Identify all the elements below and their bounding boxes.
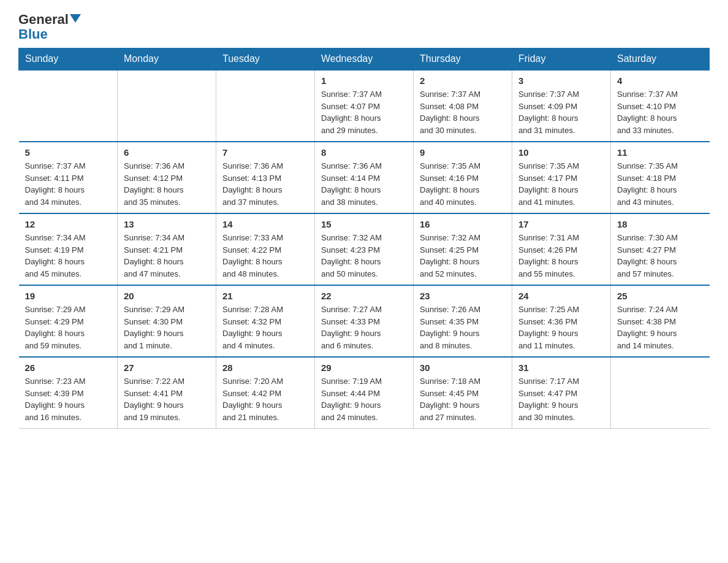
calendar-cell: 6Sunrise: 7:36 AMSunset: 4:12 PMDaylight…	[118, 142, 216, 213]
calendar-cell: 18Sunrise: 7:30 AMSunset: 4:27 PMDayligh…	[611, 213, 710, 285]
day-number: 6	[124, 147, 210, 158]
calendar-cell: 7Sunrise: 7:36 AMSunset: 4:13 PMDaylight…	[216, 142, 315, 213]
day-number: 23	[420, 291, 506, 301]
calendar-cell: 13Sunrise: 7:34 AMSunset: 4:21 PMDayligh…	[118, 213, 216, 285]
weekday-header-wednesday: Wednesday	[315, 48, 414, 71]
week-row-4: 19Sunrise: 7:29 AMSunset: 4:29 PMDayligh…	[19, 285, 710, 357]
day-info: Sunrise: 7:26 AMSunset: 4:35 PMDaylight:…	[420, 304, 506, 351]
day-number: 17	[518, 219, 604, 229]
calendar-cell: 1Sunrise: 7:37 AMSunset: 4:07 PMDaylight…	[315, 70, 414, 142]
day-info: Sunrise: 7:23 AMSunset: 4:39 PMDaylight:…	[25, 375, 112, 423]
day-info: Sunrise: 7:22 AMSunset: 4:41 PMDaylight:…	[124, 375, 210, 423]
calendar-cell	[118, 70, 216, 142]
day-info: Sunrise: 7:25 AMSunset: 4:36 PMDaylight:…	[518, 304, 604, 351]
day-info: Sunrise: 7:30 AMSunset: 4:27 PMDaylight:…	[617, 232, 703, 280]
day-number: 20	[124, 291, 210, 301]
weekday-header-thursday: Thursday	[414, 48, 512, 71]
calendar-cell: 24Sunrise: 7:25 AMSunset: 4:36 PMDayligh…	[512, 285, 611, 357]
calendar-cell: 11Sunrise: 7:35 AMSunset: 4:18 PMDayligh…	[611, 142, 710, 213]
day-info: Sunrise: 7:31 AMSunset: 4:26 PMDaylight:…	[518, 232, 604, 280]
calendar-cell: 3Sunrise: 7:37 AMSunset: 4:09 PMDaylight…	[512, 70, 611, 142]
calendar-cell: 25Sunrise: 7:24 AMSunset: 4:38 PMDayligh…	[611, 285, 710, 357]
day-number: 22	[321, 291, 407, 301]
week-row-5: 26Sunrise: 7:23 AMSunset: 4:39 PMDayligh…	[19, 357, 710, 429]
calendar-cell	[216, 70, 315, 142]
day-info: Sunrise: 7:35 AMSunset: 4:18 PMDaylight:…	[617, 160, 703, 208]
day-info: Sunrise: 7:35 AMSunset: 4:17 PMDaylight:…	[518, 160, 604, 208]
calendar-cell: 17Sunrise: 7:31 AMSunset: 4:26 PMDayligh…	[512, 213, 611, 285]
calendar-cell: 29Sunrise: 7:19 AMSunset: 4:44 PMDayligh…	[315, 357, 414, 429]
day-info: Sunrise: 7:37 AMSunset: 4:11 PMDaylight:…	[25, 160, 112, 208]
weekday-header-sunday: Sunday	[19, 48, 118, 71]
calendar-cell: 15Sunrise: 7:32 AMSunset: 4:23 PMDayligh…	[315, 213, 414, 285]
day-info: Sunrise: 7:35 AMSunset: 4:16 PMDaylight:…	[420, 160, 506, 208]
day-info: Sunrise: 7:33 AMSunset: 4:22 PMDaylight:…	[222, 232, 308, 280]
calendar-cell: 30Sunrise: 7:18 AMSunset: 4:45 PMDayligh…	[414, 357, 512, 429]
calendar-cell: 28Sunrise: 7:20 AMSunset: 4:42 PMDayligh…	[216, 357, 315, 429]
calendar-cell	[19, 70, 118, 142]
logo-triangle-icon	[70, 14, 81, 23]
day-number: 1	[321, 75, 407, 86]
calendar-cell: 8Sunrise: 7:36 AMSunset: 4:14 PMDaylight…	[315, 142, 414, 213]
day-info: Sunrise: 7:32 AMSunset: 4:23 PMDaylight:…	[321, 232, 407, 280]
day-number: 13	[124, 219, 210, 229]
logo: General Blue	[18, 12, 81, 42]
week-row-3: 12Sunrise: 7:34 AMSunset: 4:19 PMDayligh…	[19, 213, 710, 285]
calendar-cell: 22Sunrise: 7:27 AMSunset: 4:33 PMDayligh…	[315, 285, 414, 357]
day-info: Sunrise: 7:29 AMSunset: 4:29 PMDaylight:…	[25, 304, 112, 351]
day-info: Sunrise: 7:29 AMSunset: 4:30 PMDaylight:…	[124, 304, 210, 351]
day-number: 18	[617, 219, 703, 229]
day-info: Sunrise: 7:34 AMSunset: 4:21 PMDaylight:…	[124, 232, 210, 280]
calendar-cell: 23Sunrise: 7:26 AMSunset: 4:35 PMDayligh…	[414, 285, 512, 357]
day-number: 3	[518, 75, 604, 86]
calendar-cell: 2Sunrise: 7:37 AMSunset: 4:08 PMDaylight…	[414, 70, 512, 142]
calendar-cell: 31Sunrise: 7:17 AMSunset: 4:47 PMDayligh…	[512, 357, 611, 429]
day-info: Sunrise: 7:17 AMSunset: 4:47 PMDaylight:…	[518, 375, 604, 423]
day-number: 24	[518, 291, 604, 301]
calendar-cell: 10Sunrise: 7:35 AMSunset: 4:17 PMDayligh…	[512, 142, 611, 213]
day-number: 11	[617, 147, 703, 158]
calendar-cell: 16Sunrise: 7:32 AMSunset: 4:25 PMDayligh…	[414, 213, 512, 285]
day-number: 5	[25, 147, 112, 158]
day-number: 31	[518, 362, 604, 373]
weekday-header-friday: Friday	[512, 48, 611, 71]
day-number: 28	[222, 362, 308, 373]
day-info: Sunrise: 7:37 AMSunset: 4:10 PMDaylight:…	[617, 88, 703, 136]
day-info: Sunrise: 7:36 AMSunset: 4:14 PMDaylight:…	[321, 160, 407, 208]
day-info: Sunrise: 7:28 AMSunset: 4:32 PMDaylight:…	[222, 304, 308, 351]
day-number: 10	[518, 147, 604, 158]
calendar-cell: 4Sunrise: 7:37 AMSunset: 4:10 PMDaylight…	[611, 70, 710, 142]
day-number: 14	[222, 219, 308, 229]
calendar-cell: 27Sunrise: 7:22 AMSunset: 4:41 PMDayligh…	[118, 357, 216, 429]
calendar-cell: 9Sunrise: 7:35 AMSunset: 4:16 PMDaylight…	[414, 142, 512, 213]
calendar-cell: 26Sunrise: 7:23 AMSunset: 4:39 PMDayligh…	[19, 357, 118, 429]
calendar-cell: 12Sunrise: 7:34 AMSunset: 4:19 PMDayligh…	[19, 213, 118, 285]
day-number: 26	[25, 362, 112, 373]
day-number: 19	[25, 291, 112, 301]
day-number: 8	[321, 147, 407, 158]
calendar-cell: 20Sunrise: 7:29 AMSunset: 4:30 PMDayligh…	[118, 285, 216, 357]
day-info: Sunrise: 7:24 AMSunset: 4:38 PMDaylight:…	[617, 304, 703, 351]
day-info: Sunrise: 7:37 AMSunset: 4:09 PMDaylight:…	[518, 88, 604, 136]
day-info: Sunrise: 7:18 AMSunset: 4:45 PMDaylight:…	[420, 375, 506, 423]
calendar-cell	[611, 357, 710, 429]
day-number: 27	[124, 362, 210, 373]
weekday-header-saturday: Saturday	[611, 48, 710, 71]
day-info: Sunrise: 7:37 AMSunset: 4:07 PMDaylight:…	[321, 88, 407, 136]
weekday-header-tuesday: Tuesday	[216, 48, 315, 71]
calendar-cell: 21Sunrise: 7:28 AMSunset: 4:32 PMDayligh…	[216, 285, 315, 357]
day-info: Sunrise: 7:19 AMSunset: 4:44 PMDaylight:…	[321, 375, 407, 423]
page: General Blue SundayMondayTuesdayWednesda…	[0, 0, 728, 447]
day-number: 12	[25, 219, 112, 229]
day-number: 30	[420, 362, 506, 373]
day-number: 16	[420, 219, 506, 229]
calendar-cell: 5Sunrise: 7:37 AMSunset: 4:11 PMDaylight…	[19, 142, 118, 213]
day-number: 9	[420, 147, 506, 158]
calendar-cell: 14Sunrise: 7:33 AMSunset: 4:22 PMDayligh…	[216, 213, 315, 285]
week-row-1: 1Sunrise: 7:37 AMSunset: 4:07 PMDaylight…	[19, 70, 710, 142]
calendar-cell: 19Sunrise: 7:29 AMSunset: 4:29 PMDayligh…	[19, 285, 118, 357]
day-info: Sunrise: 7:36 AMSunset: 4:13 PMDaylight:…	[222, 160, 308, 208]
day-info: Sunrise: 7:36 AMSunset: 4:12 PMDaylight:…	[124, 160, 210, 208]
logo-blue: Blue	[18, 27, 48, 42]
day-info: Sunrise: 7:32 AMSunset: 4:25 PMDaylight:…	[420, 232, 506, 280]
